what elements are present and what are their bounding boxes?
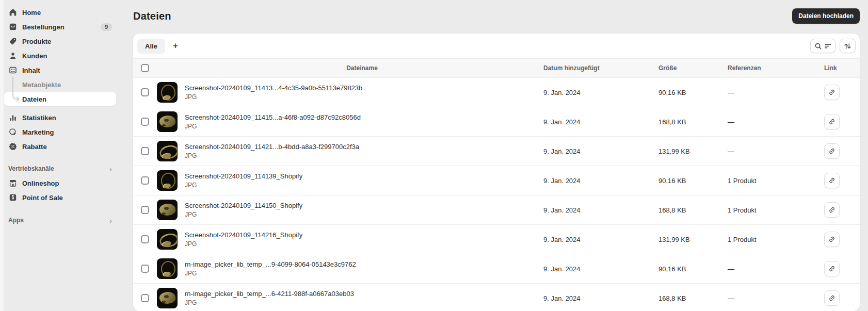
file-references: 1 Produkt: [728, 177, 824, 185]
sidebar-item-home[interactable]: Home: [4, 5, 116, 20]
sidebar-item-label: Home: [22, 9, 41, 17]
copy-link-button[interactable]: [824, 202, 840, 218]
file-thumbnail: [157, 229, 178, 250]
file-thumbnail: [157, 200, 178, 220]
file-size: 168,8 KB: [658, 118, 728, 126]
sidebar-item-label: Marketing: [22, 128, 54, 136]
filter-bar: Alle +: [133, 34, 860, 58]
sidebar-item-statistiken[interactable]: Statistiken: [4, 110, 116, 125]
left-edge-strip: [0, 0, 4, 311]
sidebar-item-inhalt[interactable]: Inhalt: [4, 63, 116, 77]
link-icon: [828, 147, 836, 155]
row-checkbox[interactable]: [141, 265, 149, 273]
tab-alle[interactable]: Alle: [137, 39, 165, 54]
sidebar-item-kunden[interactable]: Kunden: [4, 48, 116, 63]
file-name-link[interactable]: Screenshot-20240109_11415...a-46f8-a092-…: [185, 113, 539, 121]
copy-link-button[interactable]: [824, 290, 840, 306]
copy-link-button[interactable]: [824, 173, 840, 188]
sidebar-item-label: Kunden: [22, 52, 47, 60]
table-row[interactable]: rn-image_picker_lib_temp_...9-4099-8064-…: [133, 254, 860, 284]
filter-actions: [810, 39, 856, 53]
store-icon: [8, 179, 17, 188]
row-checkbox[interactable]: [141, 294, 149, 302]
sidebar-item-rabatte[interactable]: Rabatte: [4, 139, 116, 154]
row-checkbox[interactable]: [141, 206, 149, 214]
add-view-button[interactable]: +: [168, 39, 183, 53]
sort-button[interactable]: [840, 39, 856, 53]
copy-link-button[interactable]: [824, 261, 840, 276]
row-checkbox[interactable]: [141, 147, 149, 155]
link-icon: [828, 88, 836, 96]
sidebar-item-label: Inhalt: [22, 67, 40, 74]
sidebar-item-onlineshop[interactable]: Onlineshop: [4, 176, 116, 190]
section-label: Apps: [8, 217, 24, 224]
link-icon: [828, 235, 836, 243]
file-name-link[interactable]: Screenshot-20240109_114139_Shopify: [185, 172, 539, 180]
customers-icon: [8, 52, 17, 60]
marketing-icon: [8, 128, 17, 137]
link-icon: [828, 118, 836, 126]
row-checkbox[interactable]: [141, 235, 149, 243]
file-name-link[interactable]: rn-image_picker_lib_temp_...9-4099-8064-…: [185, 260, 539, 268]
row-checkbox[interactable]: [141, 118, 149, 126]
table-row[interactable]: Screenshot-20240109_11415...a-46f8-a092-…: [133, 107, 860, 137]
search-filter-button[interactable]: [810, 39, 835, 53]
column-header-referenzen[interactable]: Referenzen: [728, 64, 824, 72]
table-row[interactable]: Screenshot-20240109_114216_Shopify JPG 9…: [133, 225, 860, 254]
file-date: 9. Jan. 2024: [543, 265, 658, 273]
filter-lines-icon: [825, 42, 831, 50]
sidebar-item-point-of-sale[interactable]: Point of Sale: [4, 190, 116, 205]
content-icon: [8, 66, 17, 75]
table-row[interactable]: Screenshot-20240109_114150_Shopify JPG 9…: [133, 195, 860, 225]
copy-link-button[interactable]: [824, 85, 840, 100]
column-header-dateiname[interactable]: Dateiname: [185, 64, 543, 72]
copy-link-button[interactable]: [824, 232, 840, 247]
file-references: —: [728, 294, 824, 302]
sidebar-section-apps[interactable]: Apps ›: [4, 213, 116, 227]
file-name-link[interactable]: Screenshot-20240109_11421...b-4bdd-a8a3-…: [185, 143, 539, 151]
main-content: Dateien Dateien hochladen Alle +: [120, 0, 868, 311]
table-row[interactable]: Screenshot-20240109_11421...b-4bdd-a8a3-…: [133, 137, 860, 166]
sidebar-item-produkte[interactable]: Produkte: [4, 34, 116, 48]
copy-link-button[interactable]: [824, 143, 840, 159]
file-references: 1 Produkt: [728, 236, 824, 243]
sidebar-item-metaobjekte[interactable]: Metaobjekte: [4, 77, 116, 92]
select-all-checkbox[interactable]: [141, 64, 149, 72]
table-row[interactable]: Screenshot-20240109_114139_Shopify JPG 9…: [133, 166, 860, 195]
table-row[interactable]: rn-image_picker_lib_temp_...6-4211-988f-…: [133, 284, 860, 311]
sidebar-item-label: Bestellungen: [22, 23, 65, 31]
file-type: JPG: [185, 93, 539, 101]
copy-link-button[interactable]: [824, 114, 840, 129]
column-header-groesse[interactable]: Größe: [658, 64, 728, 72]
sidebar-item-label: Rabatte: [22, 143, 47, 151]
table-row[interactable]: Screenshot-20240109_11413...4-4c35-9a0b-…: [133, 78, 860, 107]
row-checkbox[interactable]: [141, 88, 149, 96]
file-date: 9. Jan. 2024: [543, 89, 658, 96]
column-header-datum[interactable]: Datum hinzugefügt: [543, 64, 658, 72]
stats-icon: [8, 113, 17, 122]
file-references: —: [728, 148, 824, 155]
row-checkbox[interactable]: [141, 176, 149, 185]
sidebar: Home Bestellungen 9 Produkte Kunden: [0, 0, 120, 311]
sidebar-section-vertriebskanaele[interactable]: Vertriebskanäle ›: [4, 161, 116, 176]
file-type: JPG: [185, 182, 539, 189]
file-size: 168,8 KB: [658, 294, 728, 302]
file-name-link[interactable]: Screenshot-20240109_114150_Shopify: [185, 202, 539, 209]
file-type: JPG: [185, 270, 539, 277]
search-icon: [814, 42, 822, 50]
file-type: JPG: [185, 240, 539, 248]
file-name-link[interactable]: Screenshot-20240109_114216_Shopify: [185, 231, 539, 239]
file-references: —: [728, 89, 824, 96]
file-references: —: [728, 118, 824, 126]
file-date: 9. Jan. 2024: [543, 206, 658, 214]
sort-arrows-icon: [844, 42, 851, 50]
sidebar-item-dateien[interactable]: Dateien: [4, 92, 116, 106]
file-thumbnail: [157, 170, 178, 191]
file-type: JPG: [185, 299, 539, 306]
file-thumbnail: [157, 288, 178, 308]
sidebar-item-bestellungen[interactable]: Bestellungen 9: [4, 20, 116, 34]
file-name-link[interactable]: Screenshot-20240109_11413...4-4c35-9a0b-…: [185, 84, 539, 92]
sidebar-item-marketing[interactable]: Marketing: [4, 125, 116, 139]
upload-files-button[interactable]: Dateien hochladen: [792, 8, 860, 24]
file-name-link[interactable]: rn-image_picker_lib_temp_...6-4211-988f-…: [185, 290, 539, 298]
